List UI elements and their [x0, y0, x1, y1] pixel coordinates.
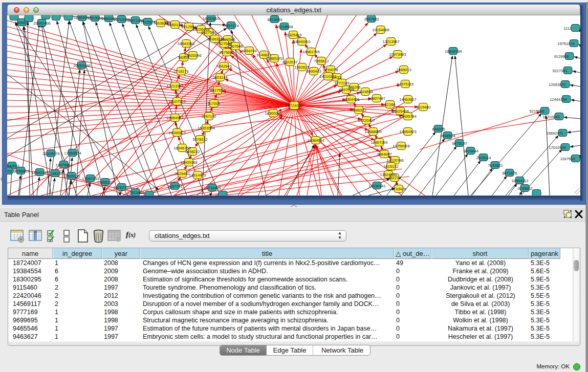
svg-text:12942737: 12942737: [31, 170, 48, 175]
svg-text:9115460: 9115460: [416, 105, 431, 110]
svg-text:6479197: 6479197: [452, 141, 467, 146]
svg-text:10973493: 10973493: [389, 52, 406, 57]
svg-text:17359924: 17359924: [64, 151, 81, 156]
svg-text:12505135: 12505135: [63, 174, 80, 179]
svg-text:15720407: 15720407: [358, 118, 375, 123]
svg-text:98901: 98901: [179, 55, 189, 60]
svg-text:16782759: 16782759: [113, 185, 130, 190]
svg-text:62160: 62160: [385, 102, 396, 107]
svg-text:16210643: 16210643: [542, 115, 559, 119]
svg-text:1167533: 1167533: [560, 157, 575, 161]
svg-text:10688609: 10688609: [364, 129, 381, 134]
svg-text:15885270: 15885270: [266, 56, 282, 61]
svg-text:10756928: 10756928: [393, 144, 409, 148]
svg-text:12213369: 12213369: [166, 84, 183, 89]
svg-text:8938928: 8938928: [440, 134, 455, 138]
svg-text:14136141: 14136141: [368, 184, 385, 188]
svg-text:8794078: 8794078: [323, 68, 338, 72]
svg-text:8813054: 8813054: [267, 17, 282, 22]
svg-text:9474444: 9474444: [463, 149, 478, 154]
svg-text:12409348: 12409348: [180, 160, 197, 165]
svg-text:20053346: 20053346: [73, 63, 90, 68]
svg-text:9129966: 9129966: [554, 54, 569, 59]
svg-text:7485013: 7485013: [396, 68, 411, 72]
svg-text:9327546: 9327546: [201, 30, 216, 35]
svg-text:8454749: 8454749: [242, 49, 256, 53]
svg-text:8471676: 8471676: [502, 171, 517, 176]
svg-text:18907249: 18907249: [371, 140, 387, 145]
svg-text:19654923: 19654923: [399, 129, 416, 134]
svg-text:15692971: 15692971: [546, 131, 563, 136]
svg-text:19384554: 19384554: [307, 138, 324, 143]
svg-text:10807487: 10807487: [368, 96, 385, 101]
svg-text:644095: 644095: [432, 127, 445, 132]
svg-text:10025438: 10025438: [391, 109, 408, 114]
svg-text:12213967: 12213967: [382, 39, 399, 44]
svg-text:19218506: 19218506: [276, 25, 293, 29]
svg-text:18640910: 18640910: [293, 39, 310, 44]
svg-text:17010504: 17010504: [549, 145, 565, 150]
svg-text:2718176: 2718176: [173, 69, 188, 74]
svg-text:18724007: 18724007: [285, 103, 303, 108]
svg-text:1615132: 1615132: [383, 164, 398, 169]
svg-text:7357274: 7357274: [224, 24, 238, 28]
svg-text:16033809: 16033809: [203, 16, 220, 21]
svg-text:7625402: 7625402: [175, 171, 189, 176]
svg-text:8990443: 8990443: [306, 69, 321, 74]
svg-text:12093872: 12093872: [549, 82, 565, 87]
svg-text:1405571: 1405571: [14, 20, 29, 25]
svg-text:11325419: 11325419: [285, 33, 302, 37]
svg-text:2367608: 2367608: [228, 44, 243, 49]
svg-text:20691406: 20691406: [33, 21, 50, 26]
svg-text:19975867: 19975867: [55, 163, 72, 167]
svg-text:3267130: 3267130: [201, 114, 216, 119]
svg-text:2803144: 2803144: [212, 75, 227, 80]
svg-text:9245652: 9245652: [517, 186, 532, 191]
svg-text:15751074: 15751074: [557, 41, 574, 46]
svg-text:1624554: 1624554: [358, 90, 373, 94]
svg-text:20364436: 20364436: [342, 97, 359, 102]
svg-text:9242843: 9242843: [216, 64, 231, 69]
svg-text:1527602: 1527602: [88, 16, 102, 20]
svg-text:8660124: 8660124: [167, 23, 182, 27]
svg-text:15716485: 15716485: [204, 186, 221, 190]
svg-text:317004: 317004: [207, 101, 220, 106]
svg-text:12375115: 12375115: [397, 82, 414, 86]
svg-text:9684067: 9684067: [377, 152, 391, 157]
svg-text:12156829: 12156829: [12, 169, 29, 173]
svg-text:5215955: 5215955: [529, 109, 544, 114]
svg-text:20206575: 20206575: [42, 151, 59, 156]
svg-text:16107553: 16107553: [168, 99, 185, 104]
svg-text:16046768: 16046768: [173, 146, 190, 150]
svg-text:2935114: 2935114: [476, 156, 491, 160]
svg-text:1112: 1112: [563, 26, 572, 31]
svg-text:252214: 252214: [388, 176, 401, 180]
svg-text:746266: 746266: [347, 85, 360, 90]
svg-text:8427552: 8427552: [210, 88, 225, 93]
svg-text:14914479: 14914479: [189, 173, 206, 178]
svg-text:10154808: 10154808: [372, 28, 389, 32]
svg-text:8322037: 8322037: [282, 60, 297, 64]
svg-text:11958107: 11958107: [97, 180, 114, 185]
svg-text:12923448: 12923448: [127, 190, 144, 195]
svg-text:7955812: 7955812: [314, 59, 329, 63]
svg-text:7632621: 7632621: [488, 163, 503, 168]
svg-text:19654982: 19654982: [166, 116, 183, 120]
svg-text:9777169: 9777169: [334, 81, 349, 85]
svg-text:19495784: 19495784: [399, 114, 416, 119]
svg-text:9375685: 9375685: [219, 50, 234, 55]
svg-text:9457791: 9457791: [167, 184, 182, 189]
svg-text:1543061: 1543061: [7, 164, 20, 168]
svg-text:10654112: 10654112: [512, 179, 529, 183]
svg-text:1733426: 1733426: [391, 187, 406, 191]
svg-text:14120746: 14120746: [386, 158, 403, 163]
svg-text:5578312: 5578312: [192, 137, 207, 142]
svg-text:16543382: 16543382: [178, 41, 194, 46]
svg-text:18300295: 18300295: [265, 111, 281, 116]
svg-text:16961755: 16961755: [302, 50, 319, 54]
svg-text:16648784: 16648784: [445, 49, 462, 54]
svg-text:5433: 5433: [333, 75, 341, 80]
svg-text:12444154: 12444154: [550, 97, 567, 102]
svg-text:9227341: 9227341: [552, 69, 567, 73]
svg-text:14463627: 14463627: [399, 97, 416, 102]
